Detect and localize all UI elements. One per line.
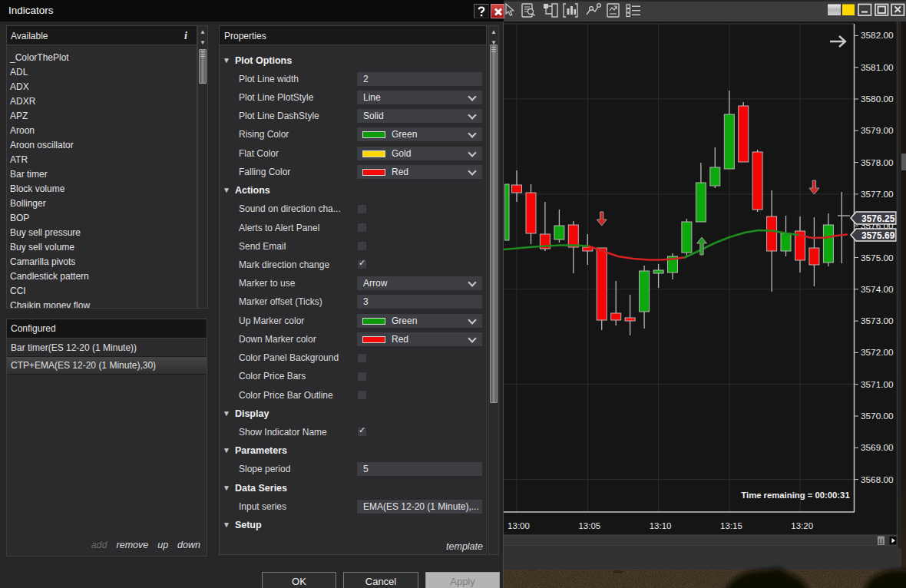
svg-text:13:10: 13:10	[650, 521, 672, 530]
svg-text:3581.00: 3581.00	[861, 62, 894, 73]
svg-text:3576.25: 3576.25	[861, 213, 895, 224]
svg-text:3569.00: 3569.00	[861, 442, 894, 453]
svg-text:13:00: 13:00	[508, 521, 530, 530]
svg-text:13:20: 13:20	[791, 521, 813, 530]
svg-text:3575.69: 3575.69	[861, 230, 895, 241]
svg-text:3573.00: 3573.00	[861, 315, 894, 326]
svg-text:3578.00: 3578.00	[861, 157, 894, 168]
svg-text:3577.00: 3577.00	[861, 189, 894, 200]
svg-text:3582.00: 3582.00	[861, 30, 894, 41]
svg-text:3579.00: 3579.00	[861, 125, 894, 136]
svg-text:3580.00: 3580.00	[861, 94, 894, 104]
svg-text:3571.00: 3571.00	[861, 379, 894, 390]
svg-text:Time remaining = 00:00:31: Time remaining = 00:00:31	[741, 491, 849, 500]
svg-text:3572.00: 3572.00	[861, 347, 894, 358]
svg-text:3570.00: 3570.00	[861, 411, 894, 421]
svg-text:3575.00: 3575.00	[861, 253, 894, 263]
svg-text:13:05: 13:05	[578, 521, 600, 530]
svg-text:13:15: 13:15	[720, 521, 742, 530]
svg-text:3568.00: 3568.00	[861, 474, 894, 485]
svg-text:3574.00: 3574.00	[861, 284, 894, 295]
